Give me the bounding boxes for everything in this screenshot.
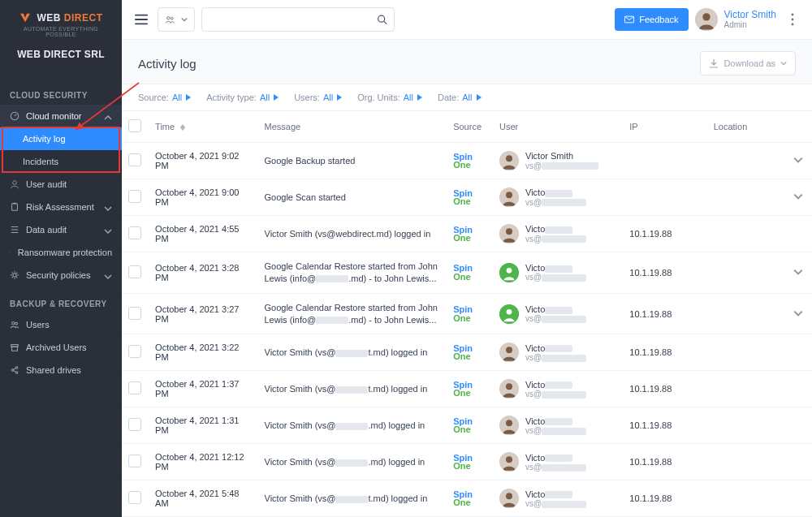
table-row[interactable]: October 4, 2021 3:22 PMVictor Smith (vs@… xyxy=(122,334,812,371)
chevron-down-icon[interactable] xyxy=(793,192,803,201)
filter-date[interactable]: Date: All xyxy=(438,93,482,102)
cell-expand[interactable] xyxy=(787,293,812,334)
nav-label: Shared drives xyxy=(26,365,81,375)
filter-org-units[interactable]: Org. Units: All xyxy=(357,93,423,102)
filter-label: Source: xyxy=(138,93,169,102)
cell-expand xyxy=(787,216,812,252)
avatar xyxy=(499,304,519,324)
table-row[interactable]: October 4, 2021 5:48 AMVictor Smith (vs@… xyxy=(122,480,812,517)
nav-item-ransomware[interactable]: Ransomware protection xyxy=(0,241,122,264)
search-input[interactable] xyxy=(209,13,377,26)
cell-user: Victovs@ xyxy=(493,216,623,252)
cell-expand[interactable] xyxy=(787,143,812,179)
cell-expand xyxy=(787,371,812,407)
chevron-down-icon[interactable] xyxy=(793,308,803,318)
cell-ip xyxy=(623,179,706,216)
table-row[interactable]: October 4, 2021 1:37 PMVictor Smith (vs@… xyxy=(122,371,812,407)
triangle-right-icon xyxy=(476,94,482,101)
nav-item-data-audit[interactable]: Data audit xyxy=(0,218,122,241)
nav-item-users[interactable]: Users xyxy=(0,313,122,336)
source-tag: SpinOne xyxy=(453,153,486,170)
avatar xyxy=(499,489,519,508)
search-box[interactable] xyxy=(201,7,395,32)
col-source[interactable]: Source xyxy=(447,111,493,143)
table-row[interactable]: October 4, 2021 3:27 PMGoogle Calendar R… xyxy=(122,293,812,334)
svg-point-20 xyxy=(792,24,794,26)
cell-expand[interactable] xyxy=(787,252,812,294)
row-checkbox[interactable] xyxy=(128,455,141,467)
col-message[interactable]: Message xyxy=(258,111,447,143)
cell-message: Victor Smith (vs@t.md) logged in xyxy=(258,480,447,517)
table-row[interactable]: October 4, 2021 9:00 PMGoogle Scan start… xyxy=(122,179,812,216)
cell-location xyxy=(707,334,787,371)
filter-label: Org. Units: xyxy=(357,93,400,102)
cell-expand[interactable] xyxy=(787,179,812,216)
feedback-button[interactable]: Feedback xyxy=(615,8,688,31)
row-checkbox[interactable] xyxy=(128,190,141,203)
table-scroll-area[interactable]: Time Message Source User IP Location xyxy=(122,111,812,517)
col-time[interactable]: Time xyxy=(149,111,257,143)
nav-item-archived-users[interactable]: Archived Users xyxy=(0,336,122,359)
source-tag: SpinOne xyxy=(453,417,486,434)
svg-point-18 xyxy=(792,14,794,16)
row-checkbox[interactable] xyxy=(128,265,141,278)
select-all-checkbox[interactable] xyxy=(128,119,141,132)
chevron-down-icon[interactable] xyxy=(793,267,803,277)
cell-time: October 4, 2021 12:12 PM xyxy=(149,444,257,480)
filter-users[interactable]: Users: All xyxy=(294,93,343,102)
avatar xyxy=(499,187,519,207)
col-user[interactable]: User xyxy=(493,111,623,143)
user-scope-dropdown[interactable] xyxy=(158,7,195,32)
nav-label: Data audit xyxy=(26,225,67,235)
shield-icon xyxy=(10,248,11,257)
nav-item-cloud-monitor[interactable]: Cloud monitor xyxy=(0,105,122,127)
brand-name-1: WEB xyxy=(37,12,61,24)
filter-source[interactable]: Source: All xyxy=(138,93,192,102)
svg-rect-5 xyxy=(13,203,15,205)
cell-message: Google Scan started xyxy=(258,179,447,216)
svg-point-24 xyxy=(507,309,512,315)
table-row[interactable]: October 4, 2021 4:55 PMVictor Smith (vs@… xyxy=(122,216,812,252)
row-checkbox[interactable] xyxy=(128,345,141,358)
col-ip[interactable]: IP xyxy=(623,111,706,143)
topbar-user[interactable]: Victor Smith Admin xyxy=(695,8,776,31)
cell-source: SpinOne xyxy=(447,371,493,407)
table-row[interactable]: October 4, 2021 12:12 PMVictor Smith (vs… xyxy=(122,444,812,480)
row-checkbox[interactable] xyxy=(128,418,141,431)
row-checkbox[interactable] xyxy=(128,307,141,320)
kebab-menu[interactable] xyxy=(783,10,802,29)
filter-activity-type[interactable]: Activity type: All xyxy=(206,93,279,102)
cell-expand xyxy=(787,444,812,480)
hamburger-button[interactable] xyxy=(132,10,151,29)
row-checkbox[interactable] xyxy=(128,226,141,239)
brand-tagline: AUTOMATE EVERYTHING POSSIBLE xyxy=(10,26,112,37)
table-row[interactable]: October 4, 2021 1:31 PMVictor Smith (vs@… xyxy=(122,407,812,444)
filter-label: Users: xyxy=(294,93,320,102)
activity-log-table: Time Message Source User IP Location xyxy=(122,111,812,517)
source-tag: SpinOne xyxy=(453,344,486,361)
nav-label: Security policies xyxy=(26,270,90,280)
row-checkbox[interactable] xyxy=(128,153,141,166)
download-as-button[interactable]: Download as xyxy=(700,51,796,75)
gauge-icon xyxy=(10,111,19,121)
cell-source: SpinOne xyxy=(447,334,493,371)
nav-item-user-audit[interactable]: User audit xyxy=(0,173,122,196)
svg-point-13 xyxy=(15,372,18,374)
row-checkbox[interactable] xyxy=(128,381,141,394)
brand-name-2: DIRECT xyxy=(64,12,103,24)
cell-message: Google Calendar Restore started from Joh… xyxy=(258,252,447,294)
nav-subitem-incidents[interactable]: Incidents xyxy=(0,150,122,173)
cell-message: Victor Smith (vs@t.md) logged in xyxy=(258,334,447,371)
cell-message: Victor Smith (vs@t.md) logged in xyxy=(258,371,447,407)
col-location[interactable]: Location xyxy=(707,111,787,143)
nav-subitem-activity-log[interactable]: Activity log xyxy=(0,127,122,150)
row-checkbox[interactable] xyxy=(128,491,141,504)
nav-item-risk-assessment[interactable]: Risk Assessment xyxy=(0,196,122,218)
filter-label: Date: xyxy=(438,93,459,102)
nav-item-security-policies[interactable]: Security policies xyxy=(0,264,122,287)
table-row[interactable]: October 4, 2021 9:02 PMGoogle Backup sta… xyxy=(122,143,812,179)
chevron-down-icon[interactable] xyxy=(793,155,803,165)
table-row[interactable]: October 4, 2021 3:28 PMGoogle Calendar R… xyxy=(122,252,812,294)
nav-item-shared-drives[interactable]: Shared drives xyxy=(0,359,122,381)
cell-time: October 4, 2021 1:31 PM xyxy=(149,407,257,444)
